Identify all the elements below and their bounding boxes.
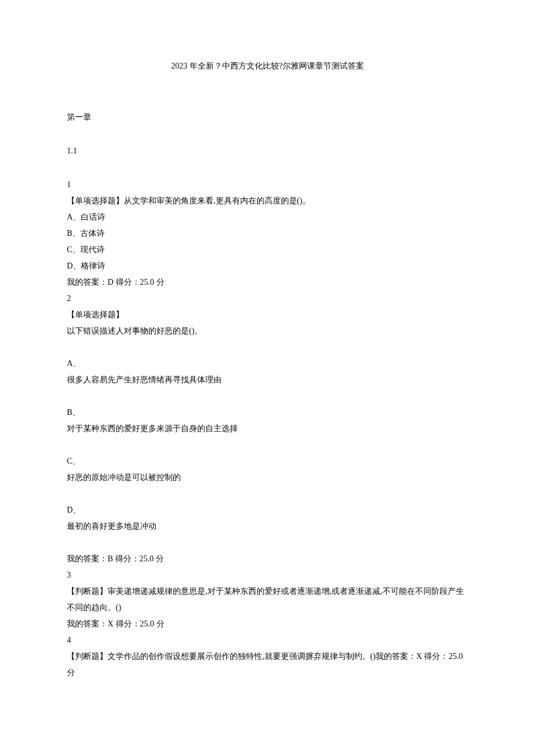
q2-answer: 我的答案：B 得分：25.0 分 xyxy=(67,551,468,567)
q1-number: 1 xyxy=(67,177,468,193)
spacer xyxy=(67,388,468,404)
q2-b-text: 对于某种东西的爱好更多来源于自身的自主选择 xyxy=(67,421,468,437)
q2-d-label: D、 xyxy=(67,502,468,518)
q2-a-text: 很多人容易先产生好恶情绪再寻找具体理由 xyxy=(67,372,468,388)
q1-answer: 我的答案：D 得分：25.0 分 xyxy=(67,274,468,291)
q2-d-text: 最初的喜好更多地是冲动 xyxy=(67,518,468,535)
spacer xyxy=(67,535,468,551)
q3-answer: 我的答案：X 得分：25.0 分 xyxy=(67,616,468,632)
q4-number: 4 xyxy=(67,632,468,648)
q2-type: 【单项选择题】 xyxy=(67,307,468,323)
q3-stem: 【判断题】审美递增递减规律的意思是,对于某种东西的爱好或者逐渐递增,或者逐渐递减… xyxy=(67,583,468,616)
q2-c-text: 好恶的原始冲动是可以被控制的 xyxy=(67,470,468,486)
section-heading: 1.1 xyxy=(67,143,468,159)
q1-option-a: A、白话诗 xyxy=(67,209,468,225)
q2-b-label: B、 xyxy=(67,404,468,421)
q3-number: 3 xyxy=(67,567,468,583)
q1-option-d: D、格律诗 xyxy=(67,258,468,274)
q1-option-b: B、古体诗 xyxy=(67,225,468,242)
page-title: 2023 年全新？中西方文化比较?尔雅网课章节测试答案 xyxy=(67,58,468,74)
spacer xyxy=(67,339,468,356)
q2-c-label: C、 xyxy=(67,453,468,470)
q1-option-c: C、现代诗 xyxy=(67,242,468,258)
q2-stem: 以下错误描述人对事物的好恶的是()。 xyxy=(67,323,468,339)
spacer xyxy=(67,437,468,453)
q1-stem: 【单项选择题】从文学和审美的角度来看,更具有内在的高度的是()。 xyxy=(67,193,468,209)
chapter-heading: 第一章 xyxy=(67,109,468,126)
spacer xyxy=(67,486,468,502)
document-page: 2023 年全新？中西方文化比较?尔雅网课章节测试答案 第一章 1.1 1 【单… xyxy=(0,0,535,728)
q2-number: 2 xyxy=(67,291,468,307)
q4-stem: 【判断题】文学作品的创作假设想要展示创作的独特性,就要更强调摒弃规律与制约。()… xyxy=(67,648,468,681)
q2-a-label: A、 xyxy=(67,356,468,372)
